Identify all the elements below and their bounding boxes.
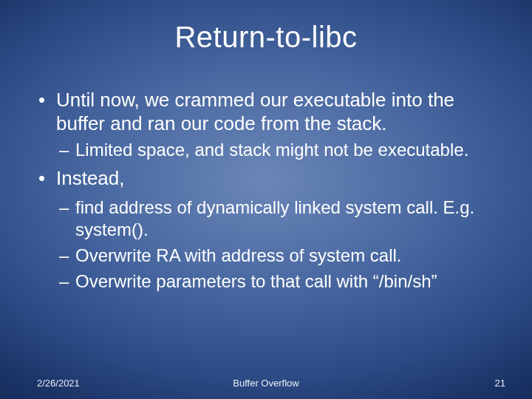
- bullet-level-2: Overwrite RA with address of system call…: [37, 245, 502, 267]
- bullet-level-2: Overwrite parameters to that call with “…: [37, 270, 502, 293]
- footer-page-number: 21: [495, 378, 505, 389]
- bullet-level-2: Limited space, and stack might not be ex…: [37, 139, 502, 161]
- bullet-level-2: find address of dynamically linked syste…: [37, 197, 502, 241]
- bullet-level-1: Until now, we crammed our executable int…: [37, 89, 502, 135]
- slide-title: Return-to-libc: [0, 21, 532, 54]
- slide: Return-to-libc Until now, we crammed our…: [0, 0, 532, 399]
- footer-center: Buffer Overflow: [0, 378, 532, 389]
- slide-body: Until now, we crammed our executable int…: [37, 89, 502, 296]
- bullet-level-1: Instead,: [37, 167, 502, 191]
